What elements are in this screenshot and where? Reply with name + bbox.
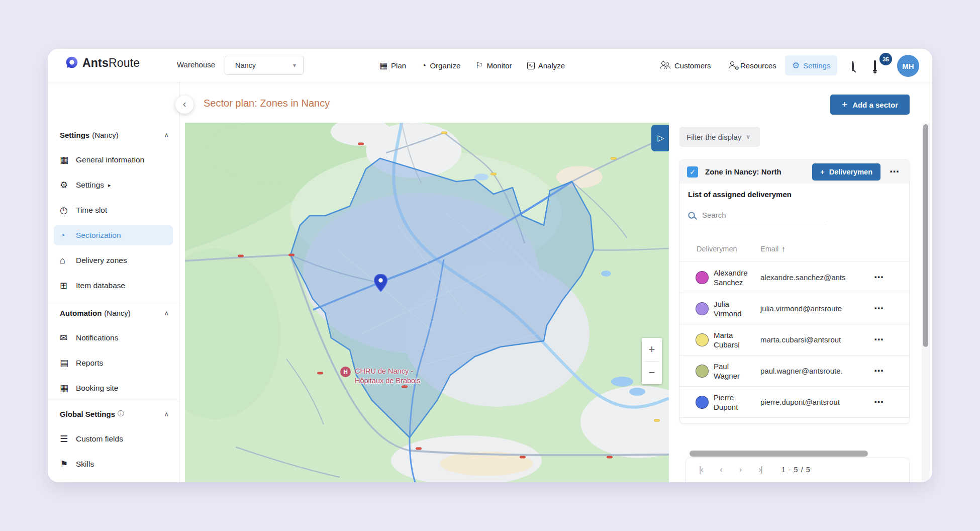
hospital-poi: H CHRU de Nancy -Hôpitaux de Brabois <box>340 367 421 386</box>
panel-collapse-button[interactable]: ▷ <box>651 125 669 151</box>
vertical-scrollbar-track <box>922 123 930 482</box>
table-header: Deliverymen Email ↑ <box>680 236 909 261</box>
search-button[interactable] <box>852 62 854 71</box>
back-button[interactable]: ‹ <box>175 96 193 114</box>
nav-item[interactable]: Analyze <box>527 61 565 70</box>
row-more-button[interactable]: ⋯ <box>871 303 887 314</box>
map-pin[interactable] <box>374 274 387 292</box>
nav-item-resources[interactable]: ⚙ Resources <box>729 49 776 82</box>
avatar <box>696 365 709 378</box>
sidebar-item-label: Skills <box>76 460 94 469</box>
plus-icon: + <box>820 168 824 176</box>
sidebar-item-icon <box>60 206 76 215</box>
sidebar-section-header-automation: Automation(Nancy) ∧ <box>60 309 169 317</box>
sidebar-item-label: Settings <box>76 181 104 190</box>
check-icon: ✓ <box>690 168 696 176</box>
sidebar-item[interactable]: Custom fields <box>54 426 173 452</box>
prev-page-button[interactable]: ‹ <box>720 465 722 474</box>
divider <box>48 302 179 302</box>
sidebar-item[interactable]: Item database <box>54 273 173 298</box>
sidebar-item-label: Sectorization <box>76 231 121 240</box>
plus-icon: + <box>842 99 847 110</box>
zone-checkbox-checked[interactable]: ✓ <box>687 166 698 178</box>
zone-card-header: ✓ Zone in Nancy: North + Deliverymen ⋯ <box>680 160 909 184</box>
chevron-up-icon[interactable]: ∧ <box>164 309 169 317</box>
sidebar-section-header-settings: Settings(Nancy) ∧ <box>60 131 169 139</box>
horizontal-scrollbar[interactable] <box>690 451 868 457</box>
row-more-button[interactable]: ⋯ <box>871 397 887 407</box>
nav-item-label: Customers <box>674 61 711 70</box>
nav-item-settings-active[interactable]: ⚙ Settings <box>785 55 837 75</box>
chevron-up-icon[interactable]: ∧ <box>164 131 169 139</box>
avatar <box>696 333 709 346</box>
zoom-in-button[interactable]: + <box>642 338 662 361</box>
logo-text: AntsRoute <box>82 56 140 70</box>
sidebar-item-icon <box>60 256 76 265</box>
nav-item[interactable]: Organize <box>421 61 460 70</box>
sidebar-item-icon <box>60 281 76 290</box>
top-navbar: AntsRoute Warehouse Nancy ▾ Plan Organiz… <box>48 49 932 82</box>
column-header-deliverymen[interactable]: Deliverymen <box>697 245 760 253</box>
map-zoom-control: + − <box>642 338 662 384</box>
next-page-button[interactable]: › <box>739 465 741 474</box>
nav-item-label: Monitor <box>487 61 512 70</box>
sidebar-item[interactable]: Notifications <box>54 325 173 350</box>
sidebar-item[interactable]: Booking site <box>54 376 173 401</box>
filter-display-button[interactable]: Filter the display ∨ <box>679 127 760 147</box>
deliveryman-email: julia.virmond@antsroute <box>760 304 865 313</box>
last-page-button[interactable]: ›| <box>758 465 762 474</box>
first-page-button[interactable]: |‹ <box>699 465 703 474</box>
sidebar-item-icon <box>60 181 76 190</box>
row-more-button[interactable]: ⋯ <box>871 366 887 376</box>
organize-icon <box>421 61 426 70</box>
sidebar-item-icon <box>60 231 76 240</box>
sidebar-item[interactable]: Time slot <box>54 198 173 223</box>
page-title: Sector plan: Zones in Nancy <box>204 98 330 109</box>
vertical-scrollbar-thumb[interactable] <box>923 124 928 347</box>
sidebar-item-label: Delivery zones <box>76 256 127 265</box>
column-header-email[interactable]: Email ↑ <box>760 244 786 253</box>
customers-icon <box>660 61 671 69</box>
chevron-up-icon[interactable]: ∧ <box>164 410 169 418</box>
warehouse-select[interactable]: Nancy ▾ <box>225 56 304 75</box>
user-avatar[interactable]: MH <box>897 55 919 77</box>
sidebar-item-label: Time slot <box>76 206 107 215</box>
search-icon <box>688 212 695 218</box>
antsroute-logo[interactable]: AntsRoute <box>64 56 140 70</box>
sidebar-item[interactable]: Sectorization <box>54 225 173 245</box>
deliveryman-name: Marta Cubarsi <box>714 330 760 349</box>
sidebar-item[interactable]: Settings ▸ <box>54 172 173 198</box>
sort-up-icon: ↑ <box>781 244 786 253</box>
zone-more-button[interactable]: ⋯ <box>887 166 902 177</box>
sidebar-item[interactable]: Skills <box>54 452 173 477</box>
nav-item-label: Settings <box>803 61 830 70</box>
add-deliverymen-button[interactable]: + Deliverymen <box>812 163 880 181</box>
sidebar-item[interactable]: Reports <box>54 350 173 376</box>
notifications-button[interactable] <box>874 61 876 70</box>
sector-map[interactable]: H CHRU de Nancy -Hôpitaux de Brabois + −… <box>185 123 669 482</box>
sidebar-item[interactable]: Delivery zones <box>54 248 173 273</box>
zoom-out-button[interactable]: − <box>642 362 662 385</box>
row-more-button[interactable]: ⋯ <box>871 334 887 345</box>
table-row: Alexandre Sanchez alexandre.sanchez@ants… <box>680 262 909 293</box>
deliveryman-email: marta.cubarsi@antsrout <box>760 335 865 344</box>
settings-sidebar: Settings(Nancy) ∧ General information Se… <box>48 82 179 482</box>
sidebar-section-header-global: Global Settings ⓘ ∧ <box>60 409 169 418</box>
deliveryman-email: alexandre.sanchez@ants <box>760 273 865 282</box>
resources-icon: ⚙ <box>729 61 737 69</box>
sidebar-item-label: Custom fields <box>76 434 123 444</box>
nav-item-customers[interactable]: Customers <box>660 49 711 82</box>
row-more-button[interactable]: ⋯ <box>871 272 887 283</box>
add-sector-button[interactable]: + Add a sector <box>830 95 910 115</box>
triangle-right-icon: ▷ <box>657 133 664 143</box>
avatar <box>696 271 709 284</box>
nav-item[interactable]: Monitor <box>475 61 512 70</box>
sidebar-item-icon <box>60 460 76 469</box>
nav-item-label: Organize <box>430 61 460 70</box>
search-input[interactable] <box>701 210 827 220</box>
deliveryman-email: pierre.dupont@antsrout <box>760 398 865 406</box>
nav-item[interactable]: Plan <box>379 61 406 70</box>
sidebar-item-icon <box>60 333 76 342</box>
divider <box>48 401 179 401</box>
sidebar-item[interactable]: General information <box>54 147 173 172</box>
